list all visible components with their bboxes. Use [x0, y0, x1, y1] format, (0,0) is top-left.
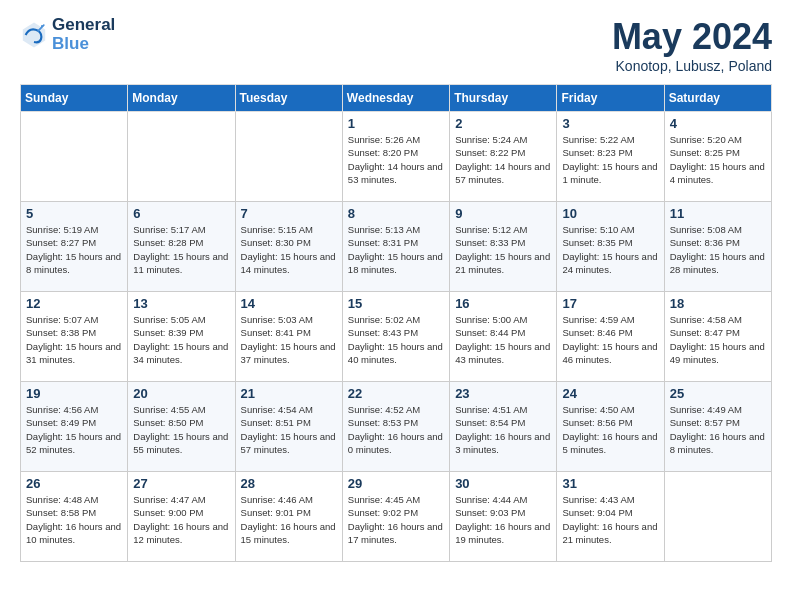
day-info: Sunrise: 5:00 AM Sunset: 8:44 PM Dayligh… — [455, 313, 551, 366]
logo: General Blue — [20, 16, 115, 53]
day-info: Sunrise: 5:17 AM Sunset: 8:28 PM Dayligh… — [133, 223, 229, 276]
header: General Blue May 2024 Konotop, Lubusz, P… — [20, 16, 772, 74]
day-number: 19 — [26, 386, 122, 401]
calendar-day-cell — [664, 472, 771, 562]
calendar-week-row: 26Sunrise: 4:48 AM Sunset: 8:58 PM Dayli… — [21, 472, 772, 562]
day-info: Sunrise: 5:07 AM Sunset: 8:38 PM Dayligh… — [26, 313, 122, 366]
day-number: 13 — [133, 296, 229, 311]
calendar-day-cell: 20Sunrise: 4:55 AM Sunset: 8:50 PM Dayli… — [128, 382, 235, 472]
calendar-day-cell — [21, 112, 128, 202]
day-info: Sunrise: 5:08 AM Sunset: 8:36 PM Dayligh… — [670, 223, 766, 276]
calendar-day-cell: 30Sunrise: 4:44 AM Sunset: 9:03 PM Dayli… — [450, 472, 557, 562]
location: Konotop, Lubusz, Poland — [612, 58, 772, 74]
calendar-day-cell: 18Sunrise: 4:58 AM Sunset: 8:47 PM Dayli… — [664, 292, 771, 382]
calendar-day-cell: 15Sunrise: 5:02 AM Sunset: 8:43 PM Dayli… — [342, 292, 449, 382]
calendar-day-cell: 3Sunrise: 5:22 AM Sunset: 8:23 PM Daylig… — [557, 112, 664, 202]
day-info: Sunrise: 4:58 AM Sunset: 8:47 PM Dayligh… — [670, 313, 766, 366]
day-number: 15 — [348, 296, 444, 311]
calendar-day-cell: 23Sunrise: 4:51 AM Sunset: 8:54 PM Dayli… — [450, 382, 557, 472]
day-number: 23 — [455, 386, 551, 401]
day-info: Sunrise: 5:22 AM Sunset: 8:23 PM Dayligh… — [562, 133, 658, 186]
day-number: 1 — [348, 116, 444, 131]
day-info: Sunrise: 4:49 AM Sunset: 8:57 PM Dayligh… — [670, 403, 766, 456]
day-info: Sunrise: 5:05 AM Sunset: 8:39 PM Dayligh… — [133, 313, 229, 366]
calendar-day-cell: 31Sunrise: 4:43 AM Sunset: 9:04 PM Dayli… — [557, 472, 664, 562]
day-number: 30 — [455, 476, 551, 491]
day-info: Sunrise: 5:20 AM Sunset: 8:25 PM Dayligh… — [670, 133, 766, 186]
day-info: Sunrise: 4:54 AM Sunset: 8:51 PM Dayligh… — [241, 403, 337, 456]
day-number: 5 — [26, 206, 122, 221]
day-number: 9 — [455, 206, 551, 221]
calendar-week-row: 12Sunrise: 5:07 AM Sunset: 8:38 PM Dayli… — [21, 292, 772, 382]
calendar-day-cell: 17Sunrise: 4:59 AM Sunset: 8:46 PM Dayli… — [557, 292, 664, 382]
day-number: 18 — [670, 296, 766, 311]
day-info: Sunrise: 5:12 AM Sunset: 8:33 PM Dayligh… — [455, 223, 551, 276]
day-number: 20 — [133, 386, 229, 401]
calendar-day-cell: 5Sunrise: 5:19 AM Sunset: 8:27 PM Daylig… — [21, 202, 128, 292]
calendar-body: 1Sunrise: 5:26 AM Sunset: 8:20 PM Daylig… — [21, 112, 772, 562]
day-info: Sunrise: 4:46 AM Sunset: 9:01 PM Dayligh… — [241, 493, 337, 546]
calendar-day-cell — [128, 112, 235, 202]
day-number: 4 — [670, 116, 766, 131]
calendar-day-cell: 19Sunrise: 4:56 AM Sunset: 8:49 PM Dayli… — [21, 382, 128, 472]
day-number: 28 — [241, 476, 337, 491]
day-info: Sunrise: 4:56 AM Sunset: 8:49 PM Dayligh… — [26, 403, 122, 456]
calendar-day-cell: 29Sunrise: 4:45 AM Sunset: 9:02 PM Dayli… — [342, 472, 449, 562]
day-info: Sunrise: 5:02 AM Sunset: 8:43 PM Dayligh… — [348, 313, 444, 366]
day-number: 6 — [133, 206, 229, 221]
calendar-day-cell: 10Sunrise: 5:10 AM Sunset: 8:35 PM Dayli… — [557, 202, 664, 292]
calendar-day-cell: 24Sunrise: 4:50 AM Sunset: 8:56 PM Dayli… — [557, 382, 664, 472]
day-info: Sunrise: 4:52 AM Sunset: 8:53 PM Dayligh… — [348, 403, 444, 456]
day-number: 8 — [348, 206, 444, 221]
calendar-day-cell — [235, 112, 342, 202]
day-info: Sunrise: 5:24 AM Sunset: 8:22 PM Dayligh… — [455, 133, 551, 186]
day-of-week-header: Monday — [128, 85, 235, 112]
calendar-week-row: 5Sunrise: 5:19 AM Sunset: 8:27 PM Daylig… — [21, 202, 772, 292]
title-block: May 2024 Konotop, Lubusz, Poland — [612, 16, 772, 74]
calendar-day-cell: 28Sunrise: 4:46 AM Sunset: 9:01 PM Dayli… — [235, 472, 342, 562]
day-of-week-header: Sunday — [21, 85, 128, 112]
calendar-day-cell: 6Sunrise: 5:17 AM Sunset: 8:28 PM Daylig… — [128, 202, 235, 292]
calendar-day-cell: 16Sunrise: 5:00 AM Sunset: 8:44 PM Dayli… — [450, 292, 557, 382]
calendar-day-cell: 27Sunrise: 4:47 AM Sunset: 9:00 PM Dayli… — [128, 472, 235, 562]
day-number: 12 — [26, 296, 122, 311]
calendar-day-cell: 22Sunrise: 4:52 AM Sunset: 8:53 PM Dayli… — [342, 382, 449, 472]
logo-text: General Blue — [52, 16, 115, 53]
calendar-day-cell: 21Sunrise: 4:54 AM Sunset: 8:51 PM Dayli… — [235, 382, 342, 472]
day-info: Sunrise: 4:43 AM Sunset: 9:04 PM Dayligh… — [562, 493, 658, 546]
calendar-day-cell: 11Sunrise: 5:08 AM Sunset: 8:36 PM Dayli… — [664, 202, 771, 292]
day-info: Sunrise: 4:45 AM Sunset: 9:02 PM Dayligh… — [348, 493, 444, 546]
day-number: 3 — [562, 116, 658, 131]
day-of-week-header: Thursday — [450, 85, 557, 112]
calendar-table: SundayMondayTuesdayWednesdayThursdayFrid… — [20, 84, 772, 562]
day-of-week-header: Wednesday — [342, 85, 449, 112]
month-title: May 2024 — [612, 16, 772, 58]
page: General Blue May 2024 Konotop, Lubusz, P… — [0, 0, 792, 578]
day-info: Sunrise: 4:51 AM Sunset: 8:54 PM Dayligh… — [455, 403, 551, 456]
day-number: 27 — [133, 476, 229, 491]
day-number: 26 — [26, 476, 122, 491]
calendar-day-cell: 26Sunrise: 4:48 AM Sunset: 8:58 PM Dayli… — [21, 472, 128, 562]
day-number: 17 — [562, 296, 658, 311]
day-number: 11 — [670, 206, 766, 221]
day-number: 25 — [670, 386, 766, 401]
day-of-week-header: Saturday — [664, 85, 771, 112]
day-info: Sunrise: 5:19 AM Sunset: 8:27 PM Dayligh… — [26, 223, 122, 276]
calendar-week-row: 19Sunrise: 4:56 AM Sunset: 8:49 PM Dayli… — [21, 382, 772, 472]
day-info: Sunrise: 4:48 AM Sunset: 8:58 PM Dayligh… — [26, 493, 122, 546]
days-of-week-row: SundayMondayTuesdayWednesdayThursdayFrid… — [21, 85, 772, 112]
day-info: Sunrise: 4:55 AM Sunset: 8:50 PM Dayligh… — [133, 403, 229, 456]
calendar-day-cell: 4Sunrise: 5:20 AM Sunset: 8:25 PM Daylig… — [664, 112, 771, 202]
day-number: 10 — [562, 206, 658, 221]
day-number: 7 — [241, 206, 337, 221]
logo-icon — [20, 21, 48, 49]
calendar-day-cell: 12Sunrise: 5:07 AM Sunset: 8:38 PM Dayli… — [21, 292, 128, 382]
day-number: 29 — [348, 476, 444, 491]
day-number: 22 — [348, 386, 444, 401]
calendar-day-cell: 8Sunrise: 5:13 AM Sunset: 8:31 PM Daylig… — [342, 202, 449, 292]
day-number: 2 — [455, 116, 551, 131]
day-info: Sunrise: 5:26 AM Sunset: 8:20 PM Dayligh… — [348, 133, 444, 186]
day-info: Sunrise: 5:15 AM Sunset: 8:30 PM Dayligh… — [241, 223, 337, 276]
calendar-day-cell: 1Sunrise: 5:26 AM Sunset: 8:20 PM Daylig… — [342, 112, 449, 202]
day-number: 31 — [562, 476, 658, 491]
